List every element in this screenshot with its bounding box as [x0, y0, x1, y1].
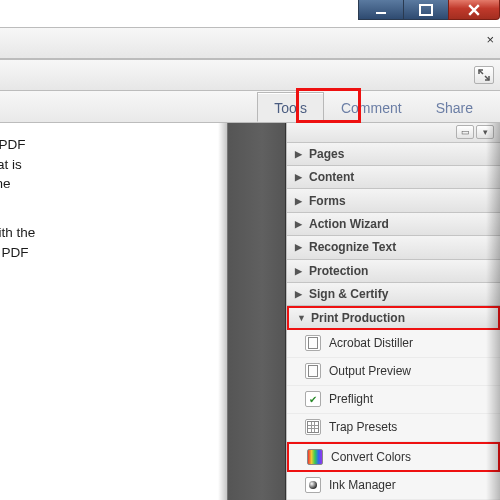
window-close-button[interactable]	[448, 0, 500, 20]
pane-tabs: Tools Comment Share	[0, 91, 500, 123]
section-recognize-text[interactable]: ▶ Recognize Text	[287, 236, 500, 259]
item-convert-colors[interactable]: Convert Colors	[287, 442, 500, 472]
section-pages[interactable]: ▶ Pages	[287, 143, 500, 166]
toolbar-row-1: ×	[0, 27, 500, 59]
item-preflight[interactable]: ✔ Preflight	[287, 386, 500, 414]
tab-tools[interactable]: Tools	[257, 92, 324, 122]
expand-button[interactable]	[474, 66, 494, 84]
trap-presets-icon	[305, 419, 321, 435]
chevron-right-icon: ▶	[295, 172, 303, 182]
item-label: Preflight	[329, 392, 373, 406]
item-label: Output Preview	[329, 364, 411, 378]
panel-close-x[interactable]: ×	[486, 32, 494, 47]
panel-options-button[interactable]: ▭	[456, 125, 474, 139]
window-maximize-button[interactable]	[403, 0, 449, 20]
tab-comment[interactable]: Comment	[324, 92, 419, 122]
tab-share[interactable]: Share	[419, 92, 490, 122]
document-text: you open a PDF or a PDF that is tely bel…	[0, 135, 188, 272]
doc-line: ssociated with the	[0, 225, 35, 240]
chevron-right-icon: ▶	[295, 196, 303, 206]
section-label: Print Production	[311, 311, 405, 325]
output-preview-icon	[305, 363, 321, 379]
section-sign-certify[interactable]: ▶ Sign & Certify	[287, 283, 500, 306]
chevron-right-icon: ▶	[295, 289, 303, 299]
section-label: Forms	[309, 194, 346, 208]
chevron-down-icon: ▼	[297, 313, 305, 323]
tools-panel: ▭ ▾ ▶ Pages ▶ Content ▶ Forms ▶ Action W…	[286, 123, 500, 500]
section-print-production[interactable]: ▼ Print Production	[287, 306, 500, 330]
item-label: Trap Presets	[329, 420, 397, 434]
section-content[interactable]: ▶ Content	[287, 166, 500, 189]
doc-line: tely below the	[0, 176, 11, 191]
item-acrobat-distiller[interactable]: Acrobat Distiller	[287, 330, 500, 358]
expand-icon	[478, 69, 490, 81]
section-forms[interactable]: ▶ Forms	[287, 189, 500, 212]
doc-line: you open a PDF	[0, 137, 26, 152]
item-label: Acrobat Distiller	[329, 336, 413, 350]
panel-menu-button[interactable]: ▾	[476, 125, 494, 139]
section-action-wizard[interactable]: ▶ Action Wizard	[287, 213, 500, 236]
chevron-right-icon: ▶	[295, 242, 303, 252]
doc-line: or a PDF that is	[0, 157, 22, 172]
item-label: Convert Colors	[331, 450, 411, 464]
preflight-icon: ✔	[305, 391, 321, 407]
chevron-right-icon: ▶	[295, 266, 303, 276]
ink-manager-icon	[305, 477, 321, 493]
chevron-right-icon: ▶	[295, 219, 303, 229]
section-label: Sign & Certify	[309, 287, 388, 301]
toolbar-row-2	[0, 59, 500, 91]
item-output-preview[interactable]: Output Preview	[287, 358, 500, 386]
window-minimize-button[interactable]	[358, 0, 404, 20]
panel-toolbar: ▭ ▾	[287, 123, 500, 143]
section-label: Action Wizard	[309, 217, 389, 231]
item-label: Ink Manager	[329, 478, 396, 492]
section-protection[interactable]: ▶ Protection	[287, 260, 500, 283]
distiller-icon	[305, 335, 321, 351]
convert-colors-icon	[307, 449, 323, 465]
doc-line: tified PDFs, PDF	[0, 245, 29, 260]
document-view: you open a PDF or a PDF that is tely bel…	[0, 123, 228, 500]
item-trap-presets[interactable]: Trap Presets	[287, 414, 500, 442]
print-production-items: Acrobat Distiller Output Preview ✔ Prefl…	[287, 330, 500, 500]
section-label: Content	[309, 170, 354, 184]
section-label: Protection	[309, 264, 368, 278]
item-ink-manager[interactable]: Ink Manager	[287, 472, 500, 500]
document-gutter	[228, 123, 286, 500]
section-label: Pages	[309, 147, 344, 161]
chevron-right-icon: ▶	[295, 149, 303, 159]
section-label: Recognize Text	[309, 240, 396, 254]
close-icon	[468, 4, 480, 16]
